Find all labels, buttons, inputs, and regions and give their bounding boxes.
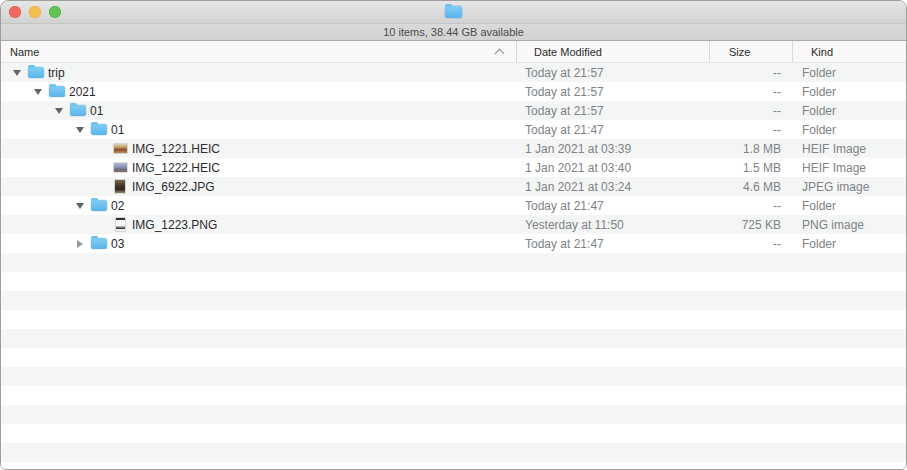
size-cell: --: [710, 85, 793, 99]
table-row[interactable]: 01Today at 21:57--Folder: [1, 101, 906, 120]
column-header-name[interactable]: Name: [1, 41, 517, 62]
minimize-button[interactable]: [29, 6, 41, 18]
date-modified-cell: 1 Jan 2021 at 03:40: [517, 161, 710, 175]
name-cell: IMG_1223.PNG: [1, 215, 517, 234]
column-header-size[interactable]: Size: [710, 41, 793, 62]
file-name: 01: [90, 104, 103, 118]
table-row[interactable]: 02Today at 21:47--Folder: [1, 196, 906, 215]
triangle-down-icon: [55, 108, 63, 114]
column-header-name-label: Name: [10, 46, 39, 58]
kind-cell: HEIF Image: [793, 142, 906, 156]
file-list: tripToday at 21:57--Folder2021Today at 2…: [1, 63, 906, 469]
size-cell: 725 KB: [710, 218, 793, 232]
triangle-down-icon: [13, 70, 21, 76]
folder-icon: [91, 122, 107, 137]
file-name: 01: [111, 123, 124, 137]
table-row[interactable]: tripToday at 21:57--Folder: [1, 63, 906, 82]
name-cell: 2021: [1, 82, 517, 101]
kind-cell: Folder: [793, 237, 906, 251]
column-header-kind[interactable]: Kind: [793, 41, 906, 62]
sort-ascending-icon: [495, 49, 505, 59]
file-name: 02: [111, 199, 124, 213]
status-bar: 10 items, 38.44 GB available: [1, 23, 906, 41]
size-cell: --: [710, 199, 793, 213]
kind-cell: Folder: [793, 104, 906, 118]
disclosure-spacer: [95, 215, 106, 234]
date-modified-cell: Today at 21:57: [517, 85, 710, 99]
table-row[interactable]: IMG_1222.HEIC1 Jan 2021 at 03:401.5 MBHE…: [1, 158, 906, 177]
disclosure-triangle-expanded-icon[interactable]: [53, 101, 64, 120]
finder-window: 10 items, 38.44 GB available Name Date M…: [0, 0, 907, 470]
file-thumbnail-icon: [112, 217, 128, 232]
kind-cell: Folder: [793, 123, 906, 137]
file-name: IMG_6922.JPG: [132, 180, 215, 194]
file-name: 2021: [69, 85, 96, 99]
table-row[interactable]: 01Today at 21:47--Folder: [1, 120, 906, 139]
titlebar: [1, 1, 906, 23]
name-cell: trip: [1, 63, 517, 82]
disclosure-triangle-expanded-icon[interactable]: [11, 63, 22, 82]
folder-icon-glyph: [70, 105, 86, 116]
file-name: IMG_1222.HEIC: [132, 161, 220, 175]
table-row[interactable]: 03Today at 21:47--Folder: [1, 234, 906, 253]
disclosure-triangle-expanded-icon[interactable]: [32, 82, 43, 101]
name-cell: IMG_1222.HEIC: [1, 158, 517, 177]
disclosure-triangle-expanded-icon[interactable]: [74, 196, 85, 215]
size-cell: 4.6 MB: [710, 180, 793, 194]
triangle-down-icon: [76, 203, 84, 209]
size-cell: 1.5 MB: [710, 161, 793, 175]
table-row[interactable]: IMG_1221.HEIC1 Jan 2021 at 03:391.8 MBHE…: [1, 139, 906, 158]
name-cell: 01: [1, 120, 517, 139]
folder-icon: [445, 6, 462, 18]
photo-cool-landscape-icon: [114, 163, 127, 172]
date-modified-cell: Today at 21:57: [517, 104, 710, 118]
zoom-button[interactable]: [49, 6, 61, 18]
size-cell: --: [710, 123, 793, 137]
file-name: IMG_1223.PNG: [132, 218, 217, 232]
date-modified-cell: 1 Jan 2021 at 03:24: [517, 180, 710, 194]
file-name: 03: [111, 237, 124, 251]
date-modified-cell: Today at 21:47: [517, 199, 710, 213]
kind-cell: Folder: [793, 199, 906, 213]
triangle-down-icon: [34, 89, 42, 95]
table-row[interactable]: 2021Today at 21:57--Folder: [1, 82, 906, 101]
date-modified-cell: Today at 21:57: [517, 66, 710, 80]
size-cell: --: [710, 104, 793, 118]
table-row[interactable]: IMG_6922.JPG1 Jan 2021 at 03:244.6 MBJPE…: [1, 177, 906, 196]
folder-icon-glyph: [91, 238, 107, 249]
size-cell: --: [710, 237, 793, 251]
name-cell: IMG_6922.JPG: [1, 177, 517, 196]
window-controls: [9, 1, 61, 23]
table-row[interactable]: IMG_1223.PNGYesterday at 11:50725 KBPNG …: [1, 215, 906, 234]
column-header-date-label: Date Modified: [534, 46, 602, 58]
close-button[interactable]: [9, 6, 21, 18]
kind-cell: HEIF Image: [793, 161, 906, 175]
date-modified-cell: Today at 21:47: [517, 123, 710, 137]
file-name: IMG_1221.HEIC: [132, 142, 220, 156]
folder-icon: [28, 65, 44, 80]
column-header-date-modified[interactable]: Date Modified: [517, 41, 710, 62]
name-cell: 03: [1, 234, 517, 253]
size-cell: --: [710, 66, 793, 80]
folder-icon-glyph: [49, 86, 65, 97]
file-thumbnail-icon: [112, 179, 128, 194]
kind-cell: Folder: [793, 85, 906, 99]
folder-icon: [70, 103, 86, 118]
folder-icon: [91, 198, 107, 213]
name-cell: 02: [1, 196, 517, 215]
folder-icon-glyph: [91, 200, 107, 211]
date-modified-cell: 1 Jan 2021 at 03:39: [517, 142, 710, 156]
name-cell: 01: [1, 101, 517, 120]
kind-cell: PNG image: [793, 218, 906, 232]
date-modified-cell: Today at 21:47: [517, 237, 710, 251]
disclosure-triangle-collapsed-icon[interactable]: [74, 234, 85, 253]
file-thumbnail-icon: [112, 141, 128, 156]
folder-icon-glyph: [28, 67, 44, 78]
folder-icon: [91, 236, 107, 251]
disclosure-spacer: [95, 158, 106, 177]
photo-warm-landscape-icon: [114, 144, 127, 153]
column-header-size-label: Size: [729, 46, 750, 58]
screenshot-portrait-icon: [116, 218, 125, 231]
disclosure-triangle-expanded-icon[interactable]: [74, 120, 85, 139]
triangle-down-icon: [76, 127, 84, 133]
